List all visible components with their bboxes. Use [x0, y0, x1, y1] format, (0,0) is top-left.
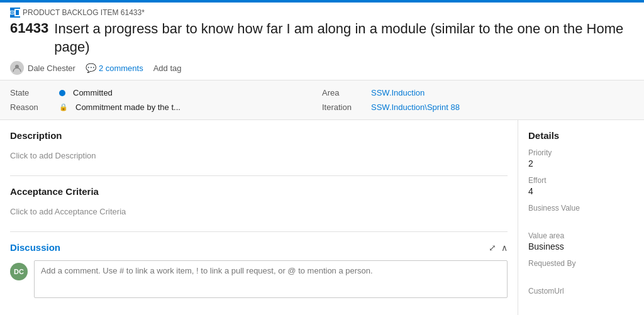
value-area-value[interactable]: Business	[528, 241, 634, 251]
discussion-heading[interactable]: Discussion	[10, 242, 60, 253]
comments-icon: 💬	[86, 63, 96, 73]
meta-row: Dale Chester 💬 2 comments Add tag	[10, 61, 634, 80]
area-label: Area	[322, 88, 366, 97]
divider-2	[10, 231, 508, 232]
title-row: 61433 Insert a progress bar to know how …	[10, 20, 634, 56]
content-area: Description Click to add Description Acc…	[0, 120, 518, 315]
reason-value[interactable]: Commitment made by the t...	[75, 102, 180, 112]
custom-url-item: CustomUrl	[528, 287, 634, 307]
requested-by-label: Requested By	[528, 259, 634, 268]
breadcrumb-text: PRODUCT BACKLOG ITEM 61433*	[23, 8, 145, 17]
reason-label: Reason	[10, 102, 54, 112]
details-panel: Details Priority 2 Effort 4 Business Val…	[518, 120, 644, 315]
effort-label: Effort	[528, 176, 634, 185]
author-name: Dale Chester	[28, 64, 75, 73]
value-area-label: Value area	[528, 231, 634, 240]
iteration-label: Iteration	[322, 102, 366, 112]
discussion-actions: ⤢ ∧	[489, 243, 508, 253]
discussion-header: Discussion ⤢ ∧	[10, 242, 508, 253]
custom-url-value[interactable]	[528, 297, 634, 307]
svg-rect-0	[11, 11, 14, 14]
description-heading: Description	[10, 130, 508, 141]
comment-input-row: DC	[10, 260, 508, 298]
fields-section: State Committed Reason 🔒 Commitment made…	[0, 80, 644, 120]
requested-by-item: Requested By	[528, 259, 634, 279]
comments-link[interactable]: 💬 2 comments	[86, 63, 143, 73]
area-value[interactable]: SSW.Induction	[371, 88, 425, 97]
header: PRODUCT BACKLOG ITEM 61433* 61433 Insert…	[0, 3, 644, 80]
work-item-title[interactable]: Insert a progress bar to know how far I …	[54, 20, 634, 56]
lock-icon: 🔒	[59, 103, 68, 111]
state-label: State	[10, 88, 54, 97]
business-value-item: Business Value	[528, 204, 634, 224]
description-section: Description Click to add Description	[10, 130, 508, 165]
priority-label: Priority	[528, 148, 634, 157]
priority-item: Priority 2	[528, 148, 634, 169]
custom-url-label: CustomUrl	[528, 287, 634, 296]
business-value-label: Business Value	[528, 204, 634, 213]
details-heading: Details	[528, 130, 634, 141]
area-field: Area SSW.Induction	[322, 86, 634, 100]
business-value-value[interactable]	[528, 214, 634, 224]
acceptance-criteria-add[interactable]: Click to add Acceptance Criteria	[10, 202, 508, 221]
right-fields: Area SSW.Induction Iteration SSW.Inducti…	[322, 86, 634, 114]
breadcrumb: PRODUCT BACKLOG ITEM 61433*	[10, 8, 634, 18]
effort-item: Effort 4	[528, 176, 634, 196]
comments-label: 2 comments	[99, 64, 143, 73]
acceptance-criteria-heading: Acceptance Criteria	[10, 186, 508, 197]
work-item-icon	[10, 8, 20, 18]
expand-button[interactable]: ⤢	[489, 243, 496, 253]
main-layout: Description Click to add Description Acc…	[0, 120, 644, 315]
work-item-id: 61433	[10, 20, 47, 36]
comment-input[interactable]	[34, 260, 508, 298]
effort-value[interactable]: 4	[528, 186, 634, 196]
author-section: Dale Chester	[10, 61, 75, 75]
add-tag-button[interactable]: Add tag	[153, 64, 182, 73]
description-add[interactable]: Click to add Description	[10, 146, 508, 165]
collapse-button[interactable]: ∧	[501, 243, 508, 253]
left-fields: State Committed Reason 🔒 Commitment made…	[10, 86, 322, 114]
state-indicator	[59, 90, 65, 96]
reason-field: Reason 🔒 Commitment made by the t...	[10, 100, 322, 114]
value-area-item: Value area Business	[528, 231, 634, 251]
priority-value[interactable]: 2	[528, 158, 634, 169]
state-field: State Committed	[10, 86, 322, 100]
iteration-value[interactable]: SSW.Induction\Sprint 88	[371, 102, 460, 112]
author-icon	[10, 61, 24, 75]
state-value[interactable]: Committed	[73, 88, 113, 97]
divider-1	[10, 175, 508, 176]
requested-by-value[interactable]	[528, 269, 634, 279]
iteration-field: Iteration SSW.Induction\Sprint 88	[322, 100, 634, 114]
acceptance-criteria-section: Acceptance Criteria Click to add Accepta…	[10, 186, 508, 221]
commenter-avatar: DC	[10, 263, 28, 280]
discussion-section: Discussion ⤢ ∧ DC	[10, 242, 508, 298]
